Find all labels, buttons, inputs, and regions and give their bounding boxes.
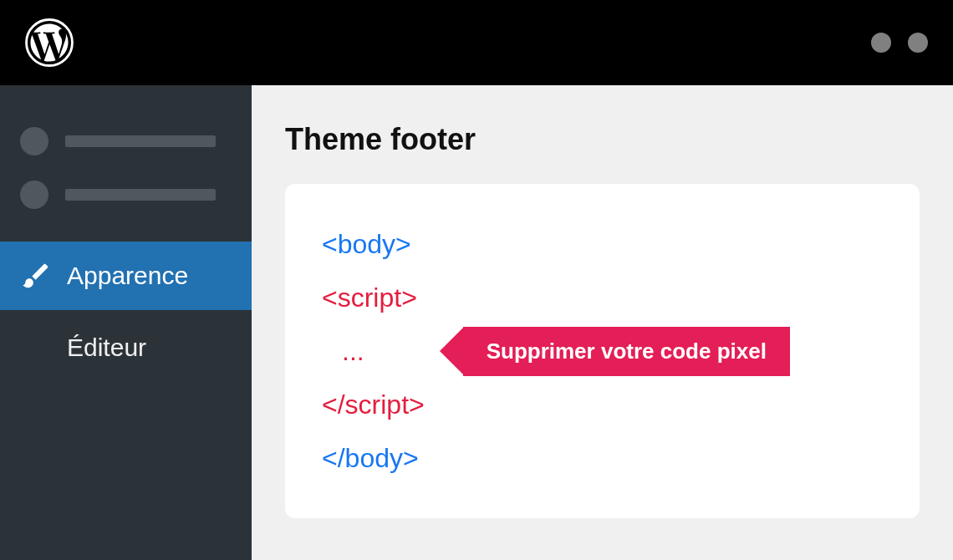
sidebar-item-editor[interactable]: Éditeur bbox=[0, 310, 252, 384]
code-body-open: <body> bbox=[322, 217, 883, 271]
placeholder-label bbox=[65, 189, 216, 201]
callout-arrow-icon bbox=[440, 328, 463, 374]
sidebar-appearance-label: Apparence bbox=[67, 262, 188, 290]
admin-sidebar: Apparence Éditeur bbox=[0, 85, 252, 560]
sidebar-item-appearance[interactable]: Apparence bbox=[0, 242, 252, 310]
callout-label: Supprimer votre code pixel bbox=[440, 327, 790, 376]
admin-topbar bbox=[0, 0, 953, 85]
wordpress-logo-icon bbox=[25, 18, 74, 67]
placeholder-label bbox=[65, 135, 216, 147]
placeholder-icon bbox=[20, 181, 48, 209]
paintbrush-icon bbox=[20, 260, 52, 292]
main-content: Theme footer <body> <script> ... Supprim… bbox=[252, 85, 953, 560]
code-editor-panel[interactable]: <body> <script> ... Supprimer votre code… bbox=[285, 184, 920, 518]
topbar-dot-icon[interactable] bbox=[871, 33, 891, 53]
topbar-right-controls bbox=[871, 33, 928, 53]
code-body-close: </body> bbox=[322, 431, 883, 485]
page-title: Theme footer bbox=[285, 122, 920, 157]
callout-text: Supprimer votre code pixel bbox=[463, 327, 790, 376]
sidebar-item-placeholder[interactable] bbox=[0, 115, 252, 168]
placeholder-icon bbox=[20, 127, 48, 155]
wordpress-logo[interactable] bbox=[25, 18, 74, 67]
sidebar-editor-label: Éditeur bbox=[67, 333, 146, 361]
code-ellipsis: ... bbox=[322, 324, 364, 378]
code-script-close: </script> bbox=[322, 378, 883, 431]
code-script-open: <script> bbox=[322, 271, 883, 324]
main-layout: Apparence Éditeur Theme footer <body> <s… bbox=[0, 85, 953, 560]
sidebar-item-placeholder[interactable] bbox=[0, 168, 252, 221]
topbar-dot-icon[interactable] bbox=[908, 33, 928, 53]
